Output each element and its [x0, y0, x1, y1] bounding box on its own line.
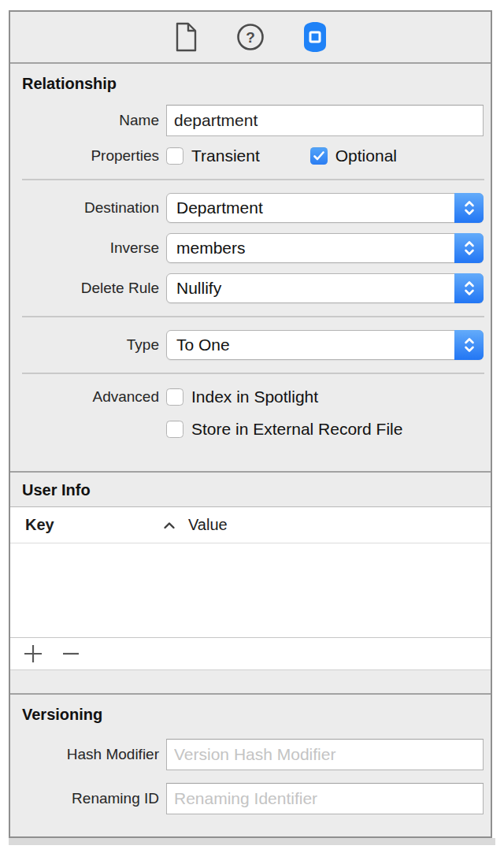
- key-column-header[interactable]: Key: [10, 516, 177, 534]
- quick-help-inspector-tab[interactable]: ?: [233, 20, 268, 54]
- delete-rule-popup[interactable]: Nullify: [166, 273, 484, 303]
- inverse-label: Inverse: [10, 239, 166, 257]
- transient-checkbox[interactable]: [166, 147, 183, 165]
- panel-bottom-shadow: [9, 838, 495, 845]
- checkmark-icon: [313, 151, 324, 161]
- user-info-table-header: Key Value: [10, 506, 491, 543]
- document-icon: [174, 22, 198, 52]
- destination-row: Destination Department: [10, 193, 491, 223]
- destination-value: Department: [167, 198, 454, 217]
- popup-chevrons-icon: [454, 193, 484, 223]
- user-info-title: User Info: [10, 481, 91, 499]
- index-in-spotlight-label: Index in Spotlight: [191, 388, 318, 406]
- versioning-section-title: Versioning: [10, 695, 491, 723]
- optional-label: Optional: [335, 146, 397, 165]
- type-label: Type: [10, 336, 166, 354]
- hash-modifier-label: Hash Modifier: [10, 746, 166, 763]
- inverse-value: members: [167, 239, 454, 258]
- minus-icon: [62, 643, 80, 664]
- advanced-row-2: Store in External Record File: [10, 419, 491, 439]
- relationship-section: Relationship Name Properties Transient O…: [10, 64, 491, 439]
- type-value: To One: [167, 336, 454, 354]
- data-model-inspector-panel: ? Relationship Name Properties: [9, 10, 492, 838]
- advanced-label: Advanced: [10, 388, 166, 406]
- delete-rule-label: Delete Rule: [10, 280, 166, 297]
- user-info-header: User Info: [10, 471, 491, 506]
- name-row: Name: [10, 105, 491, 136]
- delete-rule-value: Nullify: [167, 279, 454, 298]
- transient-label: Transient: [191, 146, 260, 165]
- file-inspector-tab[interactable]: [169, 20, 203, 54]
- divider: [22, 316, 484, 317]
- type-popup[interactable]: To One: [166, 330, 484, 360]
- index-in-spotlight-checkbox[interactable]: [166, 388, 183, 406]
- inspector-panel-screenshot: ? Relationship Name Properties: [0, 0, 504, 853]
- popup-chevrons-icon: [454, 273, 484, 303]
- versioning-section: Versioning Hash Modifier Renaming ID: [10, 695, 491, 814]
- svg-text:?: ?: [246, 29, 255, 46]
- plus-icon: [23, 643, 43, 664]
- renaming-id-label: Renaming ID: [10, 790, 166, 807]
- destination-popup[interactable]: Department: [166, 193, 484, 223]
- remove-row-button[interactable]: [57, 642, 84, 666]
- optional-checkbox[interactable]: [310, 147, 328, 165]
- value-column-label: Value: [188, 516, 228, 533]
- delete-rule-row: Delete Rule Nullify: [10, 273, 491, 303]
- name-input[interactable]: [166, 105, 484, 136]
- properties-label: Properties: [10, 147, 166, 165]
- user-info-buttons: [10, 637, 491, 669]
- add-row-button[interactable]: [20, 642, 46, 666]
- section-spacer: [10, 669, 491, 695]
- key-column-label: Key: [25, 516, 54, 534]
- data-model-inspector-tab[interactable]: [298, 20, 332, 54]
- renaming-id-input[interactable]: [166, 783, 484, 814]
- inverse-row: Inverse members: [10, 233, 491, 263]
- renaming-id-row: Renaming ID: [10, 783, 491, 814]
- store-external-record-checkbox[interactable]: [166, 421, 183, 438]
- data-model-inspector-icon: [302, 21, 328, 53]
- inverse-popup[interactable]: members: [166, 233, 484, 263]
- hash-modifier-row: Hash Modifier: [10, 739, 491, 770]
- hash-modifier-input[interactable]: [166, 739, 484, 770]
- name-label: Name: [10, 112, 166, 129]
- store-external-record-label: Store in External Record File: [191, 420, 402, 439]
- advanced-row-1: Advanced Index in Spotlight: [10, 387, 491, 407]
- question-mark-circle-icon: ?: [236, 23, 265, 51]
- type-row: Type To One: [10, 330, 491, 360]
- inspector-tab-bar: ?: [10, 12, 491, 64]
- value-column-header[interactable]: Value: [177, 516, 491, 534]
- divider: [22, 373, 484, 374]
- relationship-section-title: Relationship: [10, 64, 491, 92]
- divider: [22, 179, 484, 180]
- popup-chevrons-icon: [454, 330, 484, 360]
- destination-label: Destination: [10, 199, 166, 217]
- properties-row: Properties Transient Optional: [10, 146, 491, 166]
- user-info-table-body[interactable]: [10, 543, 491, 637]
- popup-chevrons-icon: [454, 233, 484, 263]
- sort-ascending-icon: [163, 521, 176, 529]
